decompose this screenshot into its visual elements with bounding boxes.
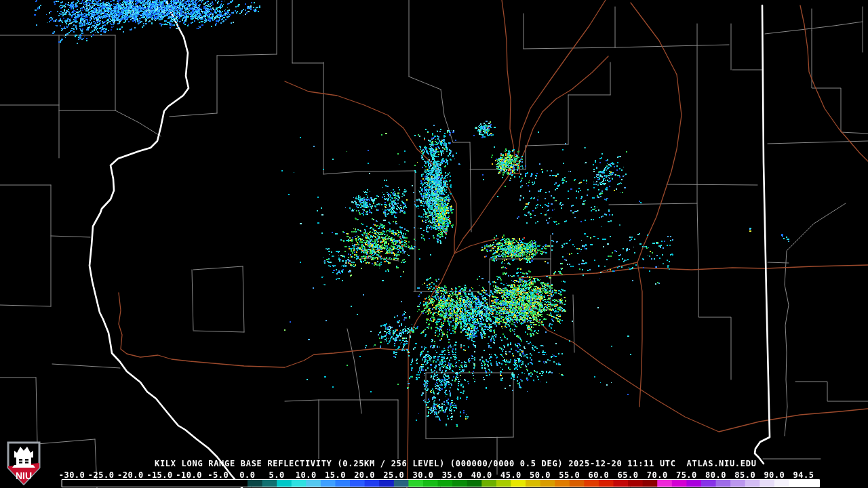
scale-label: 15.0	[325, 470, 346, 480]
scale-label: 45.0	[500, 470, 521, 480]
scale-label: 70.0	[647, 470, 668, 480]
scale-label: -5.0	[208, 470, 229, 480]
scale-label: 30.0	[412, 470, 433, 480]
scale-label: 55.0	[559, 470, 580, 480]
radar-screen: NIU KILX LONG RANGE BASE REFLECTIVITY (0…	[0, 0, 868, 488]
scale-label: 90.0	[764, 470, 785, 480]
scale-label: 35.0	[442, 470, 463, 480]
scale-label: 10.0	[296, 470, 317, 480]
scale-label: 20.0	[354, 470, 375, 480]
scale-label: -10.0	[176, 470, 202, 480]
scale-label: -25.0	[88, 470, 115, 480]
niu-logo: NIU	[5, 441, 42, 487]
scale-label: -20.0	[117, 470, 144, 480]
scale-label: 80.0	[705, 470, 726, 480]
scale-label: 60.0	[588, 470, 609, 480]
scale-label: -30.0	[59, 470, 85, 480]
scale-label: -15.0	[146, 470, 173, 480]
scale-label: 25.0	[383, 470, 404, 480]
map-caption: KILX LONG RANGE BASE REFLECTIVITY (0.25K…	[155, 459, 757, 468]
scale-label: 65.0	[618, 470, 639, 480]
scale-label: 94.5	[793, 470, 814, 480]
radar-map-canvas	[0, 0, 868, 488]
scale-label: 75.0	[676, 470, 697, 480]
scale-label: 50.0	[530, 470, 551, 480]
scale-label: 5.0	[269, 470, 285, 480]
scale-label: 40.0	[471, 470, 492, 480]
scale-label: 85.0	[734, 470, 755, 480]
niu-label: NIU	[16, 470, 32, 481]
scale-label: 0.0	[239, 470, 255, 480]
